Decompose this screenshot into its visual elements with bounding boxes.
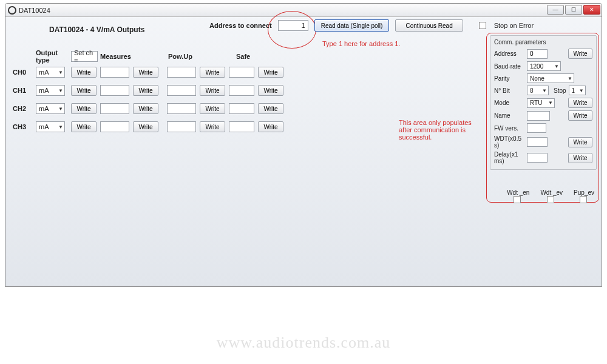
channels-table: Output type Set ch = Measures Pow.Up Saf… (13, 50, 283, 136)
page-title: DAT10024 - 4 V/mA Outputs (49, 25, 144, 34)
ch-label: CH0 (13, 69, 36, 76)
write-button[interactable]: Write (71, 85, 97, 96)
write-button[interactable]: Write (71, 103, 97, 114)
comm-wdt-label: WDT(x0.5 s) (494, 135, 527, 149)
titlebar: DAT10024 — ☐ ✕ (5, 4, 602, 17)
write-button[interactable]: Write (258, 103, 283, 114)
write-button[interactable]: Write (258, 67, 283, 78)
output-type-select[interactable]: mA▼ (36, 67, 65, 78)
write-button[interactable]: Write (258, 121, 283, 132)
comm-mode-label: Mode (494, 99, 527, 106)
write-button[interactable]: Write (568, 137, 592, 147)
comm-fw-input (527, 123, 546, 133)
table-header: Output type Set ch = Measures Pow.Up Saf… (13, 50, 283, 63)
ch-label: CH1 (13, 87, 36, 94)
comm-address-input[interactable] (527, 49, 548, 59)
bottom-flags: Wdt _en Wdt _ev Pup_ev (507, 189, 594, 203)
comm-nbit-select[interactable]: 8▼ (527, 86, 549, 95)
minimize-button[interactable]: — (547, 5, 564, 15)
window-buttons: — ☐ ✕ (547, 5, 600, 15)
wdt-en-label: Wdt _en (507, 189, 529, 196)
measures-input[interactable] (100, 85, 129, 96)
window-body: DAT10024 - 4 V/mA Outputs Address to con… (5, 17, 602, 286)
hdr-safe: Safe (236, 53, 271, 60)
comm-name-label: Name (494, 112, 527, 119)
comm-delay-label: Delay(x1 ms) (494, 151, 527, 164)
write-button[interactable]: Write (568, 110, 592, 121)
address-label: Address to connect (209, 22, 272, 29)
wdt-ev-checkbox[interactable] (547, 196, 554, 203)
comm-name-input[interactable] (527, 111, 550, 121)
write-button[interactable]: Write (568, 98, 592, 108)
write-button[interactable]: Write (568, 153, 592, 163)
ch-label: CH3 (13, 123, 36, 130)
hdr-measures: Measures (100, 53, 135, 60)
measures-input[interactable] (100, 67, 129, 78)
set-ch-button[interactable]: Set ch = (71, 51, 98, 62)
stop-on-error-checkbox[interactable] (479, 22, 486, 29)
write-button[interactable]: Write (133, 103, 158, 114)
annotation-address-hint: Type 1 here for address 1. (322, 40, 400, 47)
write-button[interactable]: Write (258, 85, 283, 96)
comm-parity-select[interactable]: None▼ (527, 73, 574, 83)
comm-stop-select[interactable]: 1▼ (569, 86, 586, 95)
wdt-en-checkbox[interactable] (514, 196, 521, 203)
comm-baud-label: Baud-rate (494, 63, 527, 70)
close-button[interactable]: ✕ (583, 5, 600, 15)
watermark: www.audiotrends.com.au (0, 334, 607, 352)
comm-parity-label: Parity (494, 75, 527, 82)
write-button[interactable]: Write (133, 85, 158, 96)
write-button[interactable]: Write (200, 67, 225, 78)
write-button[interactable]: Write (71, 121, 97, 132)
maximize-button[interactable]: ☐ (565, 5, 582, 15)
comm-fw-label: FW vers. (494, 125, 527, 132)
comm-wdt-input[interactable] (527, 137, 548, 147)
comm-stop-label: Stop (554, 87, 566, 94)
powup-input[interactable] (167, 121, 196, 132)
comm-legend: Comm. parameters (494, 39, 592, 46)
address-input[interactable] (278, 20, 308, 31)
top-toolbar: Address to connect Read data (Single pol… (209, 19, 534, 32)
measures-input[interactable] (100, 103, 129, 114)
comm-delay-input[interactable] (527, 153, 548, 163)
write-button[interactable]: Write (568, 49, 592, 59)
comm-parameters-panel: Comm. parameters AddressWrite Baud-rate1… (490, 35, 597, 170)
safe-input[interactable] (229, 103, 254, 114)
write-button[interactable]: Write (71, 67, 97, 78)
powup-input[interactable] (167, 103, 196, 114)
wdt-ev-label: Wdt _ev (540, 189, 563, 196)
app-icon (8, 6, 16, 15)
annotation-comm-hint: This area only populates after communica… (399, 119, 484, 141)
comm-address-label: Address (494, 50, 527, 57)
powup-input[interactable] (167, 85, 196, 96)
output-type-select[interactable]: mA▼ (36, 85, 65, 96)
table-row: CH0 mA▼ Write Write Write Write (13, 63, 283, 81)
table-row: CH2 mA▼ Write Write Write Write (13, 99, 283, 118)
table-row: CH1 mA▼ Write Write Write Write (13, 81, 283, 99)
comm-nbit-label: N° Bit (494, 87, 527, 94)
output-type-select[interactable]: mA▼ (36, 103, 65, 114)
measures-input[interactable] (100, 121, 129, 132)
powup-input[interactable] (167, 67, 196, 78)
write-button[interactable]: Write (133, 67, 158, 78)
safe-input[interactable] (229, 85, 254, 96)
write-button[interactable]: Write (200, 85, 225, 96)
comm-mode-select[interactable]: RTU▼ (527, 98, 555, 108)
output-type-select[interactable]: mA▼ (36, 121, 65, 132)
read-single-button[interactable]: Read data (Single poll) (314, 19, 390, 32)
safe-input[interactable] (229, 121, 254, 132)
comm-baud-select[interactable]: 1200▼ (527, 61, 561, 71)
table-row: CH3 mA▼ Write Write Write Write (13, 118, 283, 136)
window-title: DAT10024 (19, 7, 50, 14)
continuous-read-button[interactable]: Continuous Read (395, 19, 463, 32)
window: DAT10024 — ☐ ✕ DAT10024 - 4 V/mA Outputs… (5, 3, 602, 287)
safe-input[interactable] (229, 67, 254, 78)
write-button[interactable]: Write (200, 103, 225, 114)
write-button[interactable]: Write (133, 121, 158, 132)
hdr-powup: Pow.Up (168, 53, 203, 60)
stop-on-error-label: Stop on Error (494, 22, 534, 29)
ch-label: CH2 (13, 105, 36, 112)
hdr-output-type: Output type (36, 49, 71, 64)
write-button[interactable]: Write (200, 121, 225, 132)
pup-ev-checkbox[interactable] (580, 196, 587, 203)
